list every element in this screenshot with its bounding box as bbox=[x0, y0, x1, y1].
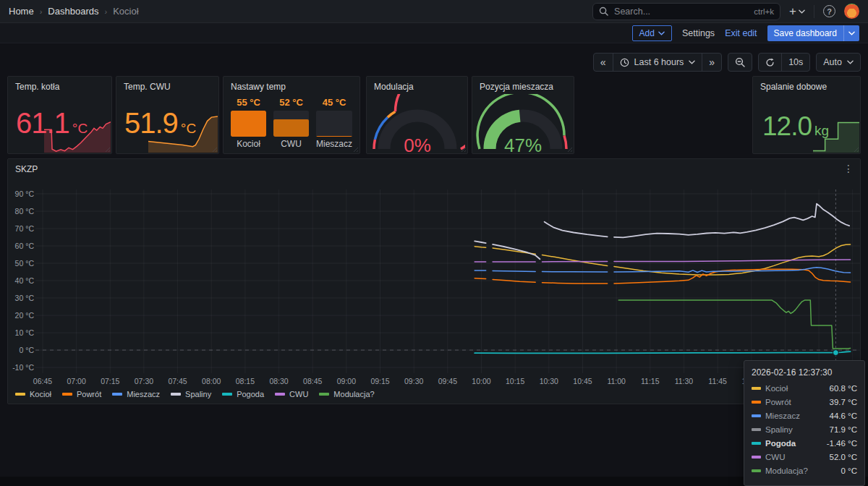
time-shift-forward-button[interactable]: » bbox=[702, 54, 721, 71]
series-powr-t bbox=[475, 278, 486, 279]
time-controls: « Last 6 hours » bbox=[593, 53, 861, 72]
panel-title: Temp. CWU bbox=[124, 82, 171, 92]
legend-swatch bbox=[62, 393, 72, 396]
series-spaliny bbox=[545, 222, 608, 237]
tooltip-series-name: Kocioł bbox=[765, 384, 825, 393]
plus-icon: + bbox=[789, 5, 796, 17]
tooltip-series-value: 71.9 °C bbox=[830, 425, 857, 434]
legend-item-powr-t[interactable]: Powrót bbox=[62, 390, 101, 398]
breadcrumb: Home › Dashboards › Kocioł bbox=[9, 6, 139, 17]
add-button[interactable]: Add bbox=[632, 25, 672, 41]
legend-label: Powrót bbox=[77, 390, 101, 398]
legend-swatch bbox=[15, 393, 25, 396]
panel-menu-icon[interactable]: ⋮ bbox=[843, 163, 854, 174]
help-icon[interactable]: ? bbox=[823, 5, 835, 17]
y-tick-label: 30 °C bbox=[15, 294, 34, 302]
legend-label: Spaliny bbox=[185, 390, 211, 398]
panel-temp-kotla: Temp. kotła 61.1 °C bbox=[7, 76, 112, 154]
auto-label: Auto bbox=[823, 57, 842, 67]
double-chevron-right-icon: » bbox=[709, 56, 715, 68]
auto-refresh-dropdown[interactable]: Auto bbox=[817, 54, 860, 71]
zoom-out-icon bbox=[735, 57, 745, 67]
panel-resize-handle[interactable] bbox=[352, 145, 358, 152]
y-axis-labels: 90 °C80 °C70 °C60 °C50 °C40 °C30 °C20 °C… bbox=[8, 189, 34, 373]
x-tick-label: 10:45 bbox=[573, 377, 592, 385]
legend-swatch bbox=[222, 393, 232, 396]
legend-item-mieszacz[interactable]: Mieszacz bbox=[112, 390, 160, 398]
zoom-out-button[interactable] bbox=[728, 54, 752, 71]
panel-title: Modulacja bbox=[374, 82, 414, 92]
y-tick-label: 90 °C bbox=[15, 189, 34, 198]
tooltip-series-name: Modulacja? bbox=[765, 466, 837, 475]
divider bbox=[814, 5, 814, 18]
auto-group: Auto bbox=[816, 53, 861, 72]
x-tick-label: 07:45 bbox=[168, 377, 187, 385]
search-input[interactable] bbox=[614, 7, 748, 17]
tooltip-series-name: Powrót bbox=[765, 398, 825, 406]
legend-label: Mieszacz bbox=[127, 390, 160, 398]
bar-gauge-group: 55 °C Kocioł 52 °C CWU 45 °C Mieszacz bbox=[231, 97, 352, 149]
tooltip-series-value: 0 °C bbox=[841, 466, 858, 475]
legend-swatch bbox=[319, 393, 329, 396]
interval-text: 10s bbox=[788, 57, 803, 67]
legend-item-cwu[interactable]: CWU bbox=[275, 390, 308, 398]
stat-unit: °C bbox=[181, 121, 196, 137]
panel-skzp-timeseries: SKZP ⋮ 90 °C80 °C70 °C60 °C50 °C40 °C30 … bbox=[7, 158, 861, 404]
legend-item-modulacja-[interactable]: Modulacja? bbox=[319, 390, 374, 398]
stat-unit: kg bbox=[814, 123, 829, 139]
bar-gauge-label: Kocioł bbox=[231, 139, 266, 149]
gauge-value: 0% bbox=[404, 135, 431, 155]
refresh-button[interactable] bbox=[759, 54, 781, 71]
tooltip-row: CWU52.0 °C bbox=[752, 453, 857, 461]
legend-label: Modulacja? bbox=[333, 390, 374, 398]
y-tick-label: 10 °C bbox=[15, 328, 34, 337]
time-shift-back-button[interactable]: « bbox=[594, 54, 613, 71]
search-box[interactable]: ctrl+k bbox=[592, 3, 780, 20]
tooltip-series-name: CWU bbox=[765, 453, 825, 461]
tooltip-rows: Kocioł60.8 °CPowrót39.7 °CMieszacz44.6 °… bbox=[752, 384, 857, 475]
tooltip-swatch bbox=[752, 469, 761, 472]
panel-spalanie-dobowe: Spalanie dobowe 12.0 kg bbox=[752, 76, 861, 154]
x-tick-label: 09:45 bbox=[438, 377, 457, 385]
bar-gauge-value: 55 °C bbox=[231, 97, 266, 108]
stat-number: 12.0 bbox=[762, 111, 812, 142]
save-options-caret[interactable] bbox=[844, 31, 859, 35]
breadcrumb-current: Kocioł bbox=[113, 6, 138, 17]
bar-gauge-value: 52 °C bbox=[273, 97, 309, 108]
tooltip-series-name: Pogoda bbox=[765, 439, 822, 448]
series-spaliny bbox=[614, 204, 849, 238]
breadcrumb-separator: › bbox=[40, 7, 43, 16]
bar-gauge-mieszacz: 45 °C Mieszacz bbox=[316, 97, 352, 149]
legend-item-pogoda[interactable]: Pogoda bbox=[222, 390, 264, 398]
x-tick-label: 11:30 bbox=[675, 377, 694, 385]
gauge-chart: 47% bbox=[475, 94, 571, 155]
y-tick-label: 20 °C bbox=[15, 311, 34, 320]
tooltip-swatch bbox=[752, 414, 761, 417]
x-tick-label: 11:45 bbox=[708, 377, 727, 385]
time-range-group: « Last 6 hours » bbox=[593, 53, 722, 72]
avatar[interactable] bbox=[844, 4, 859, 19]
time-range-picker[interactable]: Last 6 hours bbox=[613, 54, 702, 71]
x-tick-label: 09:30 bbox=[404, 377, 423, 385]
breadcrumb-home[interactable]: Home bbox=[9, 6, 34, 17]
legend-item-spaliny[interactable]: Spaliny bbox=[171, 390, 211, 398]
series-mieszacz bbox=[493, 270, 535, 271]
tooltip-row: Pogoda-1.46 °C bbox=[752, 439, 857, 448]
x-tick-label: 07:00 bbox=[67, 377, 85, 385]
tooltip-swatch bbox=[752, 442, 761, 445]
save-dashboard-button[interactable]: Save dashboard bbox=[767, 25, 859, 41]
tooltip-swatch bbox=[752, 456, 761, 459]
breadcrumb-dashboards[interactable]: Dashboards bbox=[48, 6, 98, 17]
legend-item-kocio-[interactable]: Kocioł bbox=[15, 390, 51, 398]
clock-icon bbox=[620, 58, 629, 67]
panel-title: Nastawy temp bbox=[231, 82, 286, 92]
refresh-interval-label[interactable]: 10s bbox=[781, 54, 809, 71]
exit-edit-button[interactable]: Exit edit bbox=[725, 28, 757, 38]
settings-button[interactable]: Settings bbox=[682, 28, 715, 38]
bar-gauge-label: CWU bbox=[273, 139, 309, 149]
timeseries-plot[interactable] bbox=[35, 189, 860, 373]
tooltip-series-value: -1.46 °C bbox=[827, 439, 857, 448]
new-menu-button[interactable]: + bbox=[789, 5, 805, 17]
panel-nastawy-temp: Nastawy temp 55 °C Kocioł 52 °C CWU 45 °… bbox=[223, 76, 360, 154]
series-cwu bbox=[614, 260, 851, 262]
